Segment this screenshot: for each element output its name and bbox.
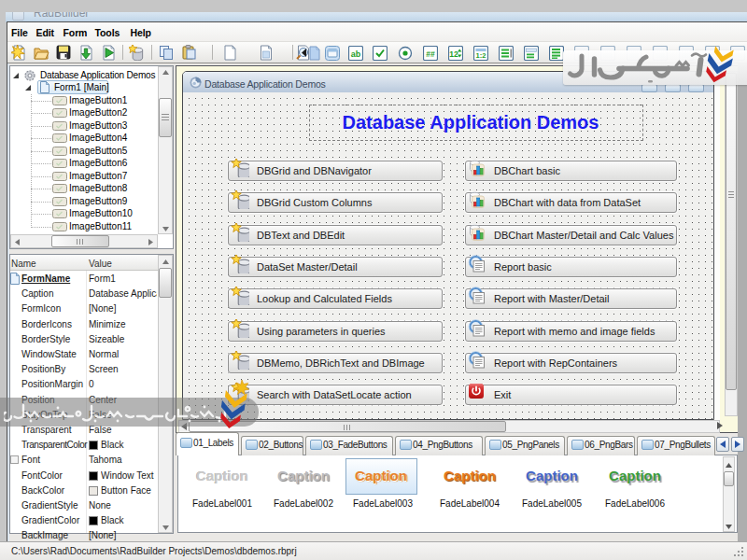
- svg-text:12: 12: [449, 49, 458, 59]
- svg-text:1:2: 1:2: [476, 51, 486, 60]
- svg-text:ab: ab: [351, 49, 361, 59]
- svg-text:##: ##: [426, 49, 435, 59]
